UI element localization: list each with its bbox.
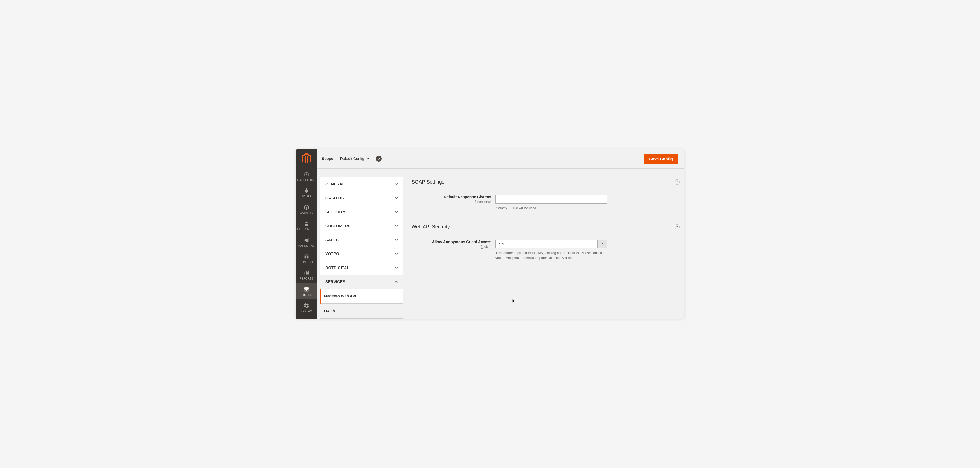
nav-label: SYSTEM	[301, 310, 312, 313]
chevron-down-icon	[367, 157, 370, 160]
app-window: DASHBOARD SALES CATALOG CUSTOMERS MARKET…	[296, 149, 684, 319]
chevron-up-icon	[676, 226, 678, 228]
security-section-header: Web API Security	[412, 218, 684, 232]
scope-value: Default Config	[340, 156, 364, 161]
chevron-down-icon	[395, 252, 398, 255]
accordion-label: SECURITY	[325, 210, 345, 214]
help-icon[interactable]: ?	[376, 156, 382, 162]
nav-customers[interactable]: CUSTOMERS	[296, 217, 317, 234]
nav-system[interactable]: SYSTEM	[296, 299, 317, 316]
charset-label: Default Response Charset	[412, 195, 492, 199]
nav-label: REPORTS	[299, 277, 313, 280]
system-icon	[303, 303, 310, 309]
logo-separator	[300, 167, 313, 167]
subitem-magento-web-api[interactable]: Magento Web API	[320, 288, 403, 304]
chevron-down-icon	[395, 224, 398, 228]
chevron-up-icon	[676, 181, 678, 183]
main-sidebar: DASHBOARD SALES CATALOG CUSTOMERS MARKET…	[296, 149, 317, 319]
nav-dashboard[interactable]: DASHBOARD	[296, 168, 317, 185]
soap-section-header: SOAP Settings	[412, 177, 684, 187]
soap-collapse-button[interactable]	[675, 180, 680, 185]
magento-logo-icon	[302, 153, 312, 164]
nav-label: STORES	[301, 293, 312, 296]
charset-scope: [store view]	[475, 200, 492, 204]
accordion-security[interactable]: SECURITY	[320, 205, 403, 219]
accordion-customers[interactable]: CUSTOMERS	[320, 219, 403, 233]
config-accordion: GENERAL CATALOG SECURITY CUSTOMERS SALES	[320, 177, 403, 319]
security-collapse-button[interactable]	[675, 224, 680, 229]
scope-label: Scope:	[322, 156, 335, 161]
nav-label: SALES	[302, 195, 311, 198]
charset-field-row: Default Response Charset [store view] If…	[412, 187, 684, 217]
nav-label: CATALOG	[300, 212, 313, 215]
anon-value: Yes	[496, 242, 597, 246]
nav-label: MARKETING	[298, 244, 315, 247]
chevron-down-icon	[395, 196, 398, 200]
nav-sales[interactable]: SALES	[296, 185, 317, 201]
save-config-button[interactable]: Save Config	[644, 154, 678, 164]
nav-stores[interactable]: STORES	[296, 283, 317, 299]
anon-field-row: Allow Anonymous Guest Access [global] Ye…	[412, 232, 684, 267]
anon-control: Yes This feature applies only to CMS, Ca…	[495, 240, 607, 260]
charset-control: If empty, UTF-8 will be used.	[495, 195, 607, 211]
nav-reports[interactable]: REPORTS	[296, 266, 317, 283]
accordion-services[interactable]: SERVICES	[320, 275, 403, 289]
accordion-label: CATALOG	[325, 196, 344, 200]
chevron-down-icon	[395, 266, 398, 269]
sales-icon	[303, 188, 310, 194]
chevron-up-icon	[395, 280, 398, 283]
marketing-icon	[303, 237, 310, 243]
charset-label-wrap: Default Response Charset [store view]	[412, 195, 495, 211]
triangle-down-icon	[601, 243, 603, 245]
nav-marketing[interactable]: MARKETING	[296, 234, 317, 250]
chevron-down-icon	[395, 210, 398, 213]
accordion-label: GENERAL	[325, 182, 345, 186]
settings-panel: SOAP Settings Default Response Charset […	[403, 177, 684, 319]
accordion-subitems: Magento Web API OAuth	[320, 288, 403, 318]
accordion-sales[interactable]: SALES	[320, 233, 403, 247]
select-arrow	[597, 240, 607, 248]
accordion-label: SERVICES	[325, 280, 345, 284]
content-icon	[303, 253, 310, 259]
security-title: Web API Security	[412, 224, 450, 230]
accordion-label: DOTDIGITAL	[325, 266, 350, 270]
accordion-label: SALES	[325, 238, 339, 242]
main-area: Scope: Default Config ? Save Config GENE…	[317, 149, 684, 319]
nav-items: DASHBOARD SALES CATALOG CUSTOMERS MARKET…	[296, 168, 317, 316]
accordion-catalog[interactable]: CATALOG	[320, 191, 403, 205]
catalog-icon	[303, 204, 310, 210]
anon-scope: [global]	[481, 245, 492, 248]
scope-selector[interactable]: Default Config	[340, 156, 370, 161]
nav-label: CONTENT	[299, 261, 313, 264]
accordion-general[interactable]: GENERAL	[320, 177, 403, 191]
accordion-yotpo[interactable]: YOTPO	[320, 247, 403, 261]
anon-select[interactable]: Yes	[495, 240, 607, 248]
nav-label: DASHBOARD	[297, 178, 315, 181]
accordion-dotdigital[interactable]: DOTDIGITAL	[320, 261, 403, 275]
topbar: Scope: Default Config ? Save Config	[317, 149, 684, 169]
stores-icon	[303, 287, 310, 292]
accordion-label: YOTPO	[325, 252, 339, 256]
anon-label-wrap: Allow Anonymous Guest Access [global]	[412, 240, 495, 260]
reports-icon	[303, 270, 310, 276]
anon-label: Allow Anonymous Guest Access	[412, 240, 492, 244]
customers-icon	[303, 221, 310, 227]
charset-input[interactable]	[495, 195, 607, 204]
accordion-label: CUSTOMERS	[325, 224, 350, 228]
subitem-oauth[interactable]: OAuth	[320, 304, 403, 318]
nav-content[interactable]: CONTENT	[296, 250, 317, 266]
chevron-down-icon	[395, 182, 398, 186]
chevron-down-icon	[395, 238, 398, 242]
soap-title: SOAP Settings	[412, 179, 444, 185]
nav-catalog[interactable]: CATALOG	[296, 201, 317, 217]
dashboard-icon	[303, 172, 310, 178]
logo-wrap	[296, 149, 317, 167]
content-area: GENERAL CATALOG SECURITY CUSTOMERS SALES	[317, 169, 684, 319]
nav-label: CUSTOMERS	[297, 228, 315, 231]
anon-hint: This feature applies only to CMS, Catalo…	[495, 250, 606, 260]
charset-hint: If empty, UTF-8 will be used.	[495, 206, 606, 211]
